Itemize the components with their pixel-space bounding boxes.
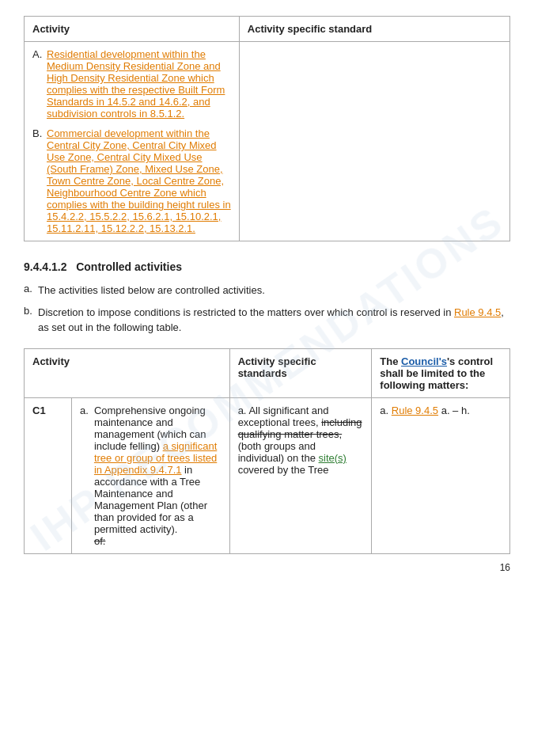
para-b-row: b. Discretion to impose conditions is re…: [24, 305, 510, 336]
row-c1-control-text: a. – h.: [441, 405, 470, 416]
para-b-text-before: Discretion to impose conditions is restr…: [38, 306, 454, 318]
main-table-activity-cell: A. Residential development within the Me…: [25, 42, 240, 241]
rule-9-4-5-link[interactable]: Rule 9.4.5: [454, 306, 501, 318]
row-c1-standards-cell: a. All significant and exceptional trees…: [229, 397, 372, 553]
site-link[interactable]: site(s): [319, 452, 347, 464]
main-table-header-activity: Activity: [25, 17, 240, 42]
row-c1-standard-a: a.: [238, 405, 247, 416]
para-b-label: b.: [24, 305, 38, 336]
controlled-activities-heading: 9.4.4.1.2 Controlled activities: [24, 260, 182, 273]
section-a-link[interactable]: Residential development within the Mediu…: [47, 48, 231, 120]
second-table-header-activity: Activity: [25, 348, 230, 397]
para-a-text: The activities listed below are controll…: [38, 283, 510, 298]
section-b-item: B. Commercial development within the Cen…: [32, 127, 231, 234]
second-table-header-standards: Activity specific standards: [229, 348, 372, 397]
section-a-item: A. Residential development within the Me…: [32, 48, 231, 120]
page-number: 16: [24, 562, 510, 573]
row-c1-label: C1: [32, 405, 46, 416]
row-c1-control-a: a.: [380, 405, 388, 416]
section-a-label: A.: [32, 48, 44, 120]
row-c1-activity-item: a. Comprehensive ongoing maintenance and…: [80, 405, 222, 547]
section-b-link[interactable]: Commercial development within the Centra…: [47, 127, 231, 234]
row-c1-sub-letter: a.: [80, 405, 91, 547]
section-num: 9.4.4.1.2: [24, 260, 67, 273]
row-c1-standard-text-4: covered by the Tree: [238, 464, 329, 476]
row-c1-standard-text-1: All significant and exceptional trees,: [238, 405, 329, 428]
row-c1-label-cell: C1: [25, 397, 72, 553]
row-c1-activity-text: Comprehensive ongoing maintenance and ma…: [94, 405, 222, 547]
controlled-activities-heading-block: 9.4.4.1.2 Controlled activities: [24, 260, 510, 273]
row-c1-standard-item: a. All significant and exceptional trees…: [238, 405, 364, 476]
row-c1: C1 a. Comprehensive ongoing maintenance …: [25, 397, 510, 553]
para-b-text: Discretion to impose conditions is restr…: [38, 305, 510, 336]
main-table-standard-cell: [239, 42, 509, 241]
council-link[interactable]: Council's: [401, 355, 447, 367]
second-table-header-control: The Council's's control shall be limited…: [372, 348, 510, 397]
row-c1-standard-text-3: (both groups and individual) on the: [238, 440, 316, 464]
para-a-label: a.: [24, 283, 38, 298]
main-table-row: A. Residential development within the Me…: [25, 42, 510, 241]
second-activity-table: Activity Activity specific standards The…: [24, 348, 510, 554]
section-title: Controlled activities: [76, 260, 182, 273]
rule-9-4-5-control-link[interactable]: Rule 9.4.5: [392, 405, 438, 416]
row-c1-activity-cell: a. Comprehensive ongoing maintenance and…: [71, 397, 229, 553]
main-table-header-standard: Activity specific standard: [239, 17, 509, 42]
section-b-label: B.: [32, 127, 44, 234]
row-c1-strikethrough: of:: [94, 535, 105, 547]
row-c1-control-cell: a. Rule 9.4.5 a. – h.: [372, 397, 510, 553]
para-a-row: a. The activities listed below are contr…: [24, 283, 510, 298]
main-activity-table: Activity Activity specific standard A. R…: [24, 16, 510, 241]
